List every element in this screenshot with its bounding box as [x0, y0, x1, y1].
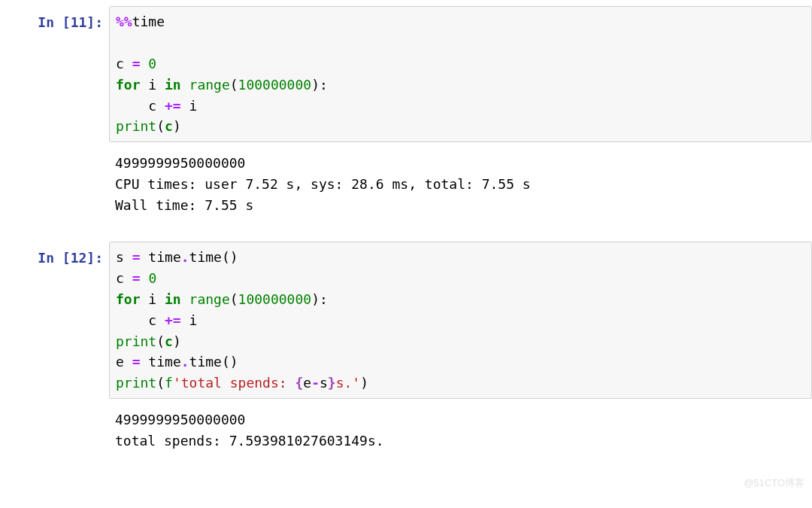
dot1: . — [181, 249, 189, 265]
var-c2: c — [116, 270, 132, 286]
colon: : — [320, 77, 328, 93]
pc3: ) — [311, 291, 320, 307]
expr-s: s — [320, 375, 328, 391]
out2-line2: total spends: 7.593981027603149s. — [115, 433, 384, 449]
var-e: e — [116, 354, 132, 370]
builtin-print: print — [116, 118, 156, 134]
op-pluseq: += — [165, 98, 181, 114]
time-fn: time — [189, 249, 222, 265]
prompt-label: In [11]: — [38, 14, 103, 30]
out2-line1: 4999999950000000 — [115, 412, 245, 427]
cell-2-input-row: In [12]: s = time.time() c = 0 for i in … — [0, 242, 812, 399]
prompt-label-2: In [12]: — [38, 250, 103, 266]
out1-line1: 4999999950000000 — [115, 155, 245, 171]
cell-2-prompt: In [12]: — [0, 242, 109, 399]
paren-close: ) — [311, 77, 320, 93]
cell-1-prompt: In [11]: — [0, 6, 109, 142]
parens2: () — [222, 354, 238, 370]
indent-c: c — [116, 98, 165, 114]
kw-in2: in — [165, 291, 181, 307]
q1: ' — [173, 375, 181, 391]
cell-1-output: 4999999950000000 CPU times: user 7.52 s,… — [109, 148, 812, 227]
watermark: @51CTO博客 — [744, 476, 804, 483]
po4: ( — [156, 333, 165, 349]
var-i3: i — [141, 291, 165, 307]
num-0b: 0 — [148, 270, 156, 286]
op-pluseq2: += — [165, 312, 181, 328]
op-eq2: = — [132, 249, 141, 265]
cell-1-output-prompt — [0, 148, 109, 227]
op-minus: - — [311, 375, 320, 391]
builtin-print2: print — [116, 333, 156, 349]
time-fn2: time — [189, 354, 222, 370]
time-mod: time — [141, 249, 181, 265]
kw-in: in — [165, 77, 181, 93]
builtin-range: range — [181, 77, 230, 93]
paren-o2: ( — [156, 118, 165, 134]
cell-1-output-row: 4999999950000000 CPU times: user 7.52 s,… — [0, 148, 812, 227]
paren-c2: ) — [173, 118, 181, 134]
builtin-print3: print — [116, 375, 156, 391]
op-eq3: = — [132, 270, 141, 286]
dot2: . — [181, 354, 189, 370]
arg-c2: c — [165, 333, 173, 349]
num-0: 0 — [148, 56, 156, 71]
indent-c2: c — [116, 312, 165, 328]
sp2 — [141, 270, 149, 286]
po3: ( — [230, 291, 238, 307]
out1-line3: Wall time: 7.55 s — [115, 197, 253, 213]
cell-2-output-row: 4999999950000000 total spends: 7.5939810… — [0, 405, 812, 462]
out1-line2: CPU times: user 7.52 s, sys: 28.6 ms, to… — [115, 176, 531, 192]
magic-name: time — [132, 14, 165, 29]
var-c: c — [116, 56, 124, 71]
range-arg: 100000000 — [238, 77, 312, 93]
cell-1-input-row: In [11]: %%time c = 0 for i in range(100… — [0, 6, 812, 142]
var-i2: i — [181, 98, 198, 114]
op-eq4: = — [132, 354, 141, 370]
var-i4: i — [181, 312, 198, 328]
pc4: ) — [173, 333, 181, 349]
op-eq: = — [124, 56, 149, 71]
q2: ' — [352, 375, 360, 391]
cell-2-output: 4999999950000000 total spends: 7.5939810… — [109, 405, 812, 462]
str-part1: total spends: — [181, 375, 295, 391]
paren-open: ( — [230, 77, 238, 93]
parens1: () — [222, 249, 238, 265]
kw-for2: for — [116, 291, 141, 307]
var-i: i — [141, 77, 165, 93]
str-part2: s. — [336, 375, 353, 391]
po5: ( — [156, 375, 165, 391]
brace-close: } — [328, 375, 336, 391]
cell-2-code-input[interactable]: s = time.time() c = 0 for i in range(100… — [109, 242, 812, 399]
var-s: s — [116, 249, 132, 265]
expr-e: e — [303, 375, 311, 391]
range-arg2: 100000000 — [238, 291, 312, 307]
kw-for: for — [116, 77, 141, 93]
pc5: ) — [360, 375, 368, 391]
time-mod2: time — [141, 354, 181, 370]
builtin-range2: range — [181, 291, 230, 307]
f-prefix: f — [165, 375, 173, 391]
magic-percent: %% — [116, 14, 132, 29]
col2: : — [320, 291, 328, 307]
arg-c: c — [165, 118, 173, 134]
brace-open: { — [295, 375, 303, 391]
cell-2-output-prompt — [0, 405, 109, 462]
cell-1-code-input[interactable]: %%time c = 0 for i in range(100000000): … — [109, 6, 812, 142]
